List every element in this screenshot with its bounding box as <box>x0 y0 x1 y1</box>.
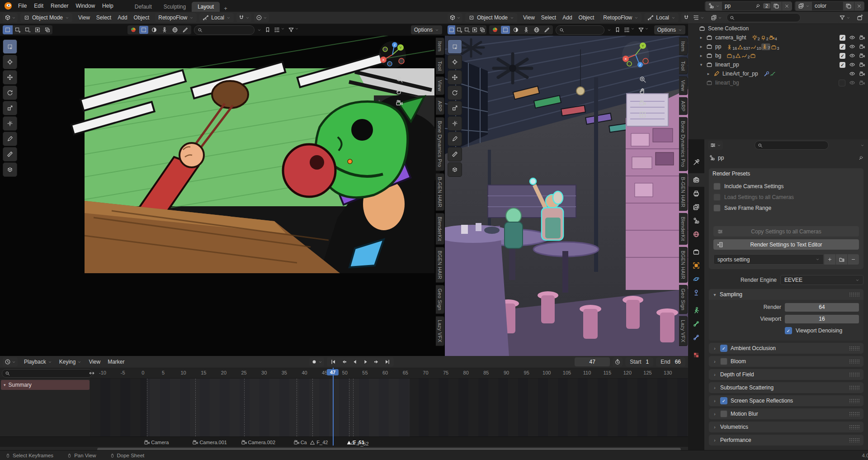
select-box-tool-button[interactable] <box>3 39 17 54</box>
play-button[interactable] <box>361 358 371 366</box>
camera-icon[interactable] <box>859 62 865 68</box>
bookmark-icon[interactable] <box>264 27 271 33</box>
expand-arrow-icon[interactable]: ▸ <box>705 71 712 76</box>
navigation-gizmo[interactable]: X Y Z <box>378 40 407 69</box>
panel-depth-of-field[interactable]: ›Depth of Field <box>709 369 863 380</box>
select-extend-button[interactable] <box>13 25 23 34</box>
panel-performance[interactable]: ›Performance <box>709 435 863 446</box>
view-layer-name-field[interactable]: color <box>812 2 843 10</box>
camera-icon[interactable] <box>859 52 865 59</box>
outliner-item-name[interactable]: bg <box>715 52 721 59</box>
view-layer-browse-button[interactable] <box>795 2 812 10</box>
menu-view[interactable]: View <box>85 359 104 365</box>
expand-arrow-icon[interactable]: ▸ <box>698 44 704 49</box>
exclude-checkbox[interactable] <box>839 80 845 86</box>
camera-icon[interactable] <box>859 71 865 77</box>
jump-to-start-button[interactable] <box>328 358 338 366</box>
eye-icon[interactable] <box>849 62 855 68</box>
sidebar-tab-lazy-vfx[interactable]: Lazy VFX <box>436 316 444 346</box>
copy-settings-button[interactable]: Copy Settings to all Cameras <box>713 226 859 237</box>
use-preview-range-button[interactable] <box>613 357 623 366</box>
panel-checkbox[interactable] <box>720 410 727 417</box>
scene-users-badge[interactable]: 2 <box>763 3 770 9</box>
exclude-checkbox[interactable]: ✓ <box>840 35 845 41</box>
sidebar-tab-geo-sign[interactable]: Geo Sign <box>679 285 688 314</box>
collapse-arrow-icon[interactable]: ▾ <box>698 62 704 67</box>
eye-icon[interactable] <box>849 34 855 41</box>
sampling-header[interactable]: ▾ Sampling <box>709 289 863 300</box>
panel-drag-dots[interactable] <box>849 438 860 442</box>
scene-browse-button[interactable] <box>705 2 722 10</box>
sidebar-tab-tool[interactable]: Tool <box>436 57 444 74</box>
move-tool-button[interactable] <box>448 70 462 85</box>
exclude-checkbox[interactable]: ✓ <box>840 44 845 50</box>
camera-view-canvas[interactable]: X Y Z ItemToolViewARPBone Dynamics ProB-… <box>0 36 445 356</box>
properties-tab-bone[interactable] <box>688 317 704 331</box>
editor-type-button[interactable] <box>3 13 18 22</box>
panel-screen-space-reflections[interactable]: ›✓Screen Space Reflections <box>709 395 863 406</box>
sidebar-tab-item[interactable]: Item <box>436 38 444 55</box>
current-frame-input[interactable]: 47 <box>575 357 610 366</box>
sidebar-tab-bone-dynamics-pro[interactable]: Bone Dynamics Pro <box>436 117 444 171</box>
previous-keyframe-button[interactable] <box>339 358 349 366</box>
sidebar-tab-view[interactable]: View <box>436 76 444 95</box>
expand-arrow-icon[interactable]: ▸ <box>698 35 704 40</box>
mode-select[interactable]: Object Mode <box>465 13 517 22</box>
properties-tab-constraints[interactable] <box>688 286 704 299</box>
camera-view-icon[interactable] <box>396 99 403 107</box>
exclude-checkbox[interactable]: ✓ <box>840 53 845 59</box>
scene-pin-button[interactable] <box>753 2 763 10</box>
scene-name-field[interactable]: pp <box>722 2 753 10</box>
box-select-button[interactable] <box>139 26 148 34</box>
menu-add[interactable]: Add <box>114 14 130 21</box>
navigation-gizmo[interactable]: X Y Z <box>621 40 650 69</box>
menu-file[interactable]: File <box>14 3 30 9</box>
properties-tab-world[interactable] <box>688 228 704 241</box>
sidebar-tab-bone-dynamics-pro[interactable]: Bone Dynamics Pro <box>679 117 688 171</box>
annotate-tool-button[interactable] <box>3 132 17 146</box>
snap-toggle[interactable] <box>236 13 251 22</box>
outliner-item-name[interactable]: camera_light <box>715 34 746 41</box>
sidebar-tab-geo-sign[interactable]: Geo Sign <box>436 285 444 314</box>
menu-object[interactable]: Object <box>576 14 598 21</box>
next-keyframe-button[interactable] <box>372 358 382 366</box>
transform-tool-button[interactable] <box>448 116 462 131</box>
viewport-denoising-checkbox[interactable]: ✓ <box>785 327 792 334</box>
measure-tool-button[interactable] <box>3 147 17 161</box>
eye-icon[interactable] <box>849 80 855 86</box>
checkbox[interactable] <box>713 204 721 212</box>
box-select-button[interactable] <box>501 26 510 34</box>
chevron-down-icon[interactable] <box>607 28 611 32</box>
panel-drag-dots[interactable] <box>849 398 860 403</box>
start-frame-input[interactable]: Start1 <box>625 357 653 366</box>
retopoflow-menu[interactable]: RetopoFlow <box>600 13 642 22</box>
half-sphere-button[interactable] <box>150 26 159 34</box>
workspace-tab-sculpting[interactable]: Sculpting <box>158 2 192 12</box>
expand-arrow-icon[interactable]: ▸ <box>698 53 704 58</box>
hierarchy-toggle[interactable] <box>274 27 285 33</box>
sidebar-tab-lazy-vfx[interactable]: Lazy VFX <box>679 316 688 346</box>
view-layer-delete-button[interactable] <box>854 2 864 10</box>
scale-tool-button[interactable] <box>3 101 17 115</box>
sidebar-tab-b-gen-hair[interactable]: B-GEN HAIR <box>679 173 688 211</box>
scale-tool-button[interactable] <box>448 101 462 115</box>
select-invert-button[interactable] <box>471 25 478 34</box>
sidebar-tab-item[interactable]: Item <box>679 38 688 55</box>
filter-toggle[interactable] <box>288 27 299 33</box>
preset-import-button[interactable] <box>836 254 847 265</box>
panel-bloom[interactable]: ›Bloom <box>709 356 863 367</box>
scene-view-canvas[interactable]: X Y Z ItemToolViewARPBone Dynamics ProB-… <box>445 36 688 356</box>
outliner-row-camera_light[interactable]: ▸camera_light224✓ <box>688 33 868 42</box>
end-frame-input[interactable]: End66 <box>656 357 685 366</box>
menu-marker[interactable]: Marker <box>104 359 128 365</box>
menu-edit[interactable]: Edit <box>30 3 47 9</box>
outliner-row-scene collection[interactable]: Scene Collection <box>688 24 868 33</box>
preview-ball-button[interactable] <box>491 26 500 34</box>
render-settings-to-text-button[interactable]: Render Settings to Text Editor <box>713 239 859 250</box>
panel-checkbox[interactable] <box>720 358 727 365</box>
scene-selector[interactable]: pp 2 <box>705 1 792 11</box>
checkbox[interactable] <box>713 183 721 190</box>
panel-volumetrics[interactable]: ›Volumetrics <box>709 422 863 432</box>
outliner-item-name[interactable]: LineArt_for_pp <box>722 71 758 77</box>
panel-checkbox[interactable]: ✓ <box>720 345 727 352</box>
